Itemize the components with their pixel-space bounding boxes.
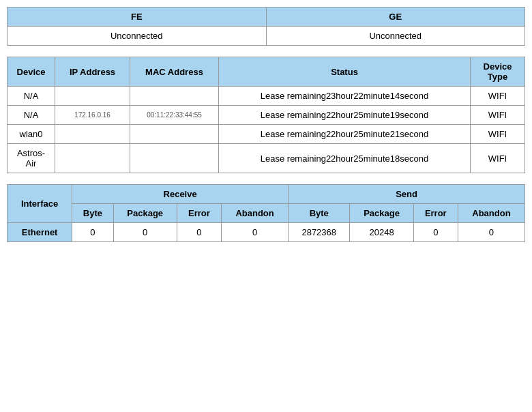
status-cell: Lease remaining22hour25minute18second [219,144,471,173]
device-row: wlan0 Lease remaining22hour25minute21sec… [8,125,525,144]
device-row: N/A Lease remaining23hour22minute14secon… [8,87,525,106]
send-abandon-header: Abandon [458,204,524,223]
device-name: N/A [8,106,55,125]
rec-package-header: Package [113,204,177,223]
receive-header: Receive [72,185,289,204]
send-header: Send [289,185,525,204]
mac-address-cell [130,125,219,144]
ip-address-cell [55,87,130,106]
device-type-cell: WIFI [471,125,525,144]
device-name: wlan0 [8,125,55,144]
fe-header: FE [8,8,267,27]
fe-value: Unconnected [8,27,267,46]
send-package-value: 20248 [350,223,413,242]
interface-name: Ethernet [8,223,72,242]
device-name: N/A [8,87,55,106]
status-cell: Lease remaining22hour25minute19second [219,106,471,125]
rec-package-value: 0 [113,223,177,242]
send-error-value: 0 [413,223,458,242]
rec-abandon-header: Abandon [222,204,289,223]
fe-ge-table: FE GE Unconnected Unconnected [7,7,525,46]
interface-table: Interface Receive Send Byte Package Erro… [7,184,525,242]
status-cell: Lease remaining22hour25minute21second [219,125,471,144]
device-row: Astros-Air Lease remaining22hour25minute… [8,144,525,173]
interface-col-header: Interface [8,185,72,223]
rec-error-value: 0 [177,223,221,242]
device-type-cell: WIFI [471,144,525,173]
interface-row: Ethernet 0 0 0 0 2872368 20248 0 0 [8,223,525,242]
device-type-header: Device Type [471,57,525,87]
send-byte-header: Byte [289,204,350,223]
device-row: N/A 172.16.0.16 00:11:22:33:44:55 Lease … [8,106,525,125]
fe-ge-section: FE GE Unconnected Unconnected [7,7,525,46]
send-package-header: Package [350,204,413,223]
rec-abandon-value: 0 [222,223,289,242]
ip-address-header: IP Address [55,57,130,87]
mac-address-cell [130,144,219,173]
device-type-cell: WIFI [471,106,525,125]
rec-byte-value: 0 [72,223,113,242]
device-section: Device IP Address MAC Address Status Dev… [7,57,525,173]
mac-address-cell [130,87,219,106]
rec-byte-header: Byte [72,204,113,223]
send-error-header: Error [413,204,458,223]
mac-address-header: MAC Address [130,57,219,87]
ge-header: GE [266,8,525,27]
status-cell: Lease remaining23hour22minute14second [219,87,471,106]
send-abandon-value: 0 [458,223,524,242]
send-byte-value: 2872368 [289,223,350,242]
device-type-cell: WIFI [471,87,525,106]
device-table: Device IP Address MAC Address Status Dev… [7,57,525,173]
ip-address-cell: 172.16.0.16 [55,106,130,125]
device-header: Device [8,57,55,87]
interface-section: Interface Receive Send Byte Package Erro… [7,184,525,242]
ge-value: Unconnected [266,27,525,46]
mac-address-cell: 00:11:22:33:44:55 [130,106,219,125]
device-name: Astros-Air [8,144,55,173]
rec-error-header: Error [177,204,221,223]
status-header: Status [219,57,471,87]
ip-address-cell [55,144,130,173]
ip-address-cell [55,125,130,144]
